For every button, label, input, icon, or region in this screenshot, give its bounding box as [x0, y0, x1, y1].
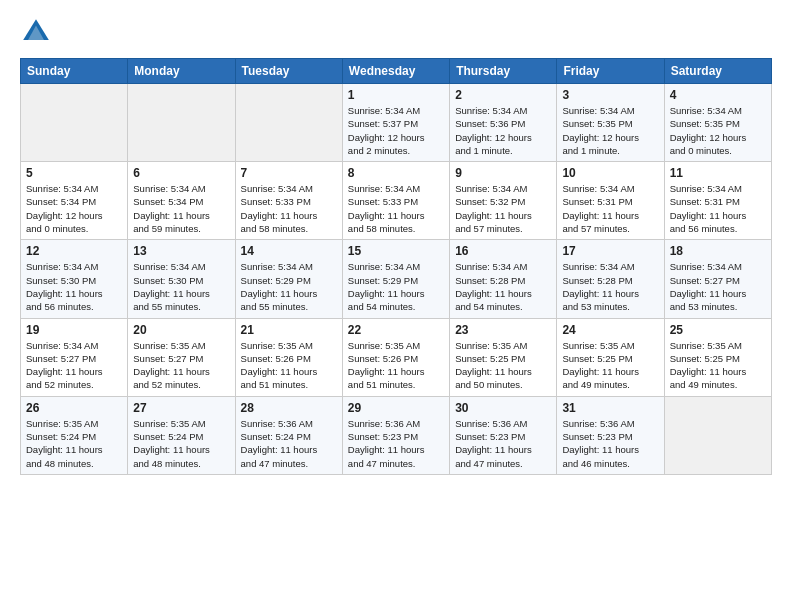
day-number: 23	[455, 323, 551, 337]
calendar-cell: 24Sunrise: 5:35 AM Sunset: 5:25 PM Dayli…	[557, 318, 664, 396]
day-info: Sunrise: 5:34 AM Sunset: 5:37 PM Dayligh…	[348, 104, 444, 157]
day-number: 24	[562, 323, 658, 337]
day-info: Sunrise: 5:34 AM Sunset: 5:28 PM Dayligh…	[455, 260, 551, 313]
weekday-friday: Friday	[557, 59, 664, 84]
weekday-wednesday: Wednesday	[342, 59, 449, 84]
day-info: Sunrise: 5:34 AM Sunset: 5:34 PM Dayligh…	[26, 182, 122, 235]
day-info: Sunrise: 5:35 AM Sunset: 5:25 PM Dayligh…	[455, 339, 551, 392]
calendar-table: SundayMondayTuesdayWednesdayThursdayFrid…	[20, 58, 772, 475]
day-number: 30	[455, 401, 551, 415]
day-info: Sunrise: 5:36 AM Sunset: 5:23 PM Dayligh…	[562, 417, 658, 470]
calendar-cell: 26Sunrise: 5:35 AM Sunset: 5:24 PM Dayli…	[21, 396, 128, 474]
calendar-cell: 21Sunrise: 5:35 AM Sunset: 5:26 PM Dayli…	[235, 318, 342, 396]
day-info: Sunrise: 5:34 AM Sunset: 5:31 PM Dayligh…	[670, 182, 766, 235]
day-number: 2	[455, 88, 551, 102]
day-number: 21	[241, 323, 337, 337]
calendar-cell: 15Sunrise: 5:34 AM Sunset: 5:29 PM Dayli…	[342, 240, 449, 318]
day-number: 16	[455, 244, 551, 258]
calendar-cell: 4Sunrise: 5:34 AM Sunset: 5:35 PM Daylig…	[664, 84, 771, 162]
logo-icon	[20, 16, 52, 48]
calendar-cell: 27Sunrise: 5:35 AM Sunset: 5:24 PM Dayli…	[128, 396, 235, 474]
day-info: Sunrise: 5:34 AM Sunset: 5:36 PM Dayligh…	[455, 104, 551, 157]
weekday-header-row: SundayMondayTuesdayWednesdayThursdayFrid…	[21, 59, 772, 84]
calendar-cell: 20Sunrise: 5:35 AM Sunset: 5:27 PM Dayli…	[128, 318, 235, 396]
day-number: 26	[26, 401, 122, 415]
weekday-thursday: Thursday	[450, 59, 557, 84]
day-number: 3	[562, 88, 658, 102]
calendar-cell: 31Sunrise: 5:36 AM Sunset: 5:23 PM Dayli…	[557, 396, 664, 474]
day-number: 7	[241, 166, 337, 180]
calendar-cell: 11Sunrise: 5:34 AM Sunset: 5:31 PM Dayli…	[664, 162, 771, 240]
calendar-cell: 9Sunrise: 5:34 AM Sunset: 5:32 PM Daylig…	[450, 162, 557, 240]
day-number: 14	[241, 244, 337, 258]
day-info: Sunrise: 5:34 AM Sunset: 5:29 PM Dayligh…	[348, 260, 444, 313]
calendar-week-1: 1Sunrise: 5:34 AM Sunset: 5:37 PM Daylig…	[21, 84, 772, 162]
day-number: 8	[348, 166, 444, 180]
calendar-cell: 19Sunrise: 5:34 AM Sunset: 5:27 PM Dayli…	[21, 318, 128, 396]
weekday-saturday: Saturday	[664, 59, 771, 84]
day-info: Sunrise: 5:34 AM Sunset: 5:30 PM Dayligh…	[133, 260, 229, 313]
day-info: Sunrise: 5:35 AM Sunset: 5:24 PM Dayligh…	[26, 417, 122, 470]
calendar-week-5: 26Sunrise: 5:35 AM Sunset: 5:24 PM Dayli…	[21, 396, 772, 474]
day-number: 27	[133, 401, 229, 415]
calendar-cell: 17Sunrise: 5:34 AM Sunset: 5:28 PM Dayli…	[557, 240, 664, 318]
calendar-cell: 22Sunrise: 5:35 AM Sunset: 5:26 PM Dayli…	[342, 318, 449, 396]
calendar-cell: 3Sunrise: 5:34 AM Sunset: 5:35 PM Daylig…	[557, 84, 664, 162]
calendar-cell: 30Sunrise: 5:36 AM Sunset: 5:23 PM Dayli…	[450, 396, 557, 474]
day-info: Sunrise: 5:34 AM Sunset: 5:27 PM Dayligh…	[26, 339, 122, 392]
day-number: 12	[26, 244, 122, 258]
day-info: Sunrise: 5:34 AM Sunset: 5:32 PM Dayligh…	[455, 182, 551, 235]
day-number: 11	[670, 166, 766, 180]
calendar-cell: 6Sunrise: 5:34 AM Sunset: 5:34 PM Daylig…	[128, 162, 235, 240]
day-number: 9	[455, 166, 551, 180]
calendar-cell: 14Sunrise: 5:34 AM Sunset: 5:29 PM Dayli…	[235, 240, 342, 318]
day-number: 29	[348, 401, 444, 415]
day-number: 6	[133, 166, 229, 180]
day-info: Sunrise: 5:36 AM Sunset: 5:23 PM Dayligh…	[455, 417, 551, 470]
day-number: 4	[670, 88, 766, 102]
calendar-week-2: 5Sunrise: 5:34 AM Sunset: 5:34 PM Daylig…	[21, 162, 772, 240]
day-info: Sunrise: 5:35 AM Sunset: 5:25 PM Dayligh…	[562, 339, 658, 392]
header	[20, 16, 772, 48]
day-number: 19	[26, 323, 122, 337]
day-info: Sunrise: 5:34 AM Sunset: 5:27 PM Dayligh…	[670, 260, 766, 313]
calendar-cell: 18Sunrise: 5:34 AM Sunset: 5:27 PM Dayli…	[664, 240, 771, 318]
day-info: Sunrise: 5:34 AM Sunset: 5:35 PM Dayligh…	[562, 104, 658, 157]
day-info: Sunrise: 5:35 AM Sunset: 5:26 PM Dayligh…	[348, 339, 444, 392]
day-info: Sunrise: 5:34 AM Sunset: 5:34 PM Dayligh…	[133, 182, 229, 235]
weekday-sunday: Sunday	[21, 59, 128, 84]
day-info: Sunrise: 5:35 AM Sunset: 5:26 PM Dayligh…	[241, 339, 337, 392]
day-info: Sunrise: 5:35 AM Sunset: 5:27 PM Dayligh…	[133, 339, 229, 392]
calendar-cell	[21, 84, 128, 162]
calendar-cell: 25Sunrise: 5:35 AM Sunset: 5:25 PM Dayli…	[664, 318, 771, 396]
day-info: Sunrise: 5:36 AM Sunset: 5:23 PM Dayligh…	[348, 417, 444, 470]
calendar-cell	[235, 84, 342, 162]
logo	[20, 16, 58, 48]
calendar-cell: 8Sunrise: 5:34 AM Sunset: 5:33 PM Daylig…	[342, 162, 449, 240]
calendar-cell	[128, 84, 235, 162]
day-number: 17	[562, 244, 658, 258]
calendar-cell: 10Sunrise: 5:34 AM Sunset: 5:31 PM Dayli…	[557, 162, 664, 240]
day-info: Sunrise: 5:34 AM Sunset: 5:29 PM Dayligh…	[241, 260, 337, 313]
weekday-monday: Monday	[128, 59, 235, 84]
calendar-cell	[664, 396, 771, 474]
day-info: Sunrise: 5:34 AM Sunset: 5:31 PM Dayligh…	[562, 182, 658, 235]
day-number: 1	[348, 88, 444, 102]
calendar-cell: 29Sunrise: 5:36 AM Sunset: 5:23 PM Dayli…	[342, 396, 449, 474]
day-number: 5	[26, 166, 122, 180]
day-number: 28	[241, 401, 337, 415]
calendar-cell: 7Sunrise: 5:34 AM Sunset: 5:33 PM Daylig…	[235, 162, 342, 240]
day-info: Sunrise: 5:34 AM Sunset: 5:33 PM Dayligh…	[241, 182, 337, 235]
weekday-tuesday: Tuesday	[235, 59, 342, 84]
day-info: Sunrise: 5:35 AM Sunset: 5:24 PM Dayligh…	[133, 417, 229, 470]
calendar-cell: 1Sunrise: 5:34 AM Sunset: 5:37 PM Daylig…	[342, 84, 449, 162]
calendar-cell: 16Sunrise: 5:34 AM Sunset: 5:28 PM Dayli…	[450, 240, 557, 318]
day-number: 25	[670, 323, 766, 337]
day-number: 10	[562, 166, 658, 180]
calendar-cell: 12Sunrise: 5:34 AM Sunset: 5:30 PM Dayli…	[21, 240, 128, 318]
day-number: 20	[133, 323, 229, 337]
calendar-week-4: 19Sunrise: 5:34 AM Sunset: 5:27 PM Dayli…	[21, 318, 772, 396]
day-info: Sunrise: 5:35 AM Sunset: 5:25 PM Dayligh…	[670, 339, 766, 392]
day-number: 15	[348, 244, 444, 258]
day-number: 18	[670, 244, 766, 258]
